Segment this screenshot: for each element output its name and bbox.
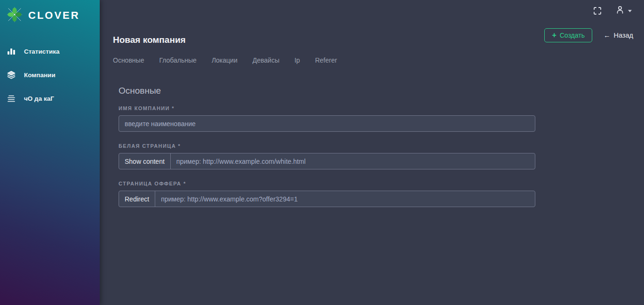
tab-referer[interactable]: Referer — [308, 56, 345, 65]
brand-name: CLOVER — [28, 9, 80, 22]
sidebar-nav: Статистика Компании чО да к — [0, 40, 100, 110]
sidebar-item-cho-da-kag[interactable]: чО да каГ — [0, 87, 100, 110]
page-title: Новая компания — [113, 35, 186, 45]
offer-page-prefix: Redirect — [119, 191, 155, 207]
company-name-label: ИМЯ КОМПАНИИ * — [119, 105, 535, 111]
sidebar: CLOVER Статистика Компании — [0, 0, 100, 305]
clover-logo-icon — [6, 6, 24, 25]
arrow-left-icon: ← — [604, 32, 611, 39]
sidebar-item-companies[interactable]: Компании — [0, 63, 100, 87]
create-button-label: Создать — [560, 32, 585, 39]
tab-ip[interactable]: Ip — [287, 56, 308, 65]
user-menu[interactable] — [615, 5, 632, 16]
offer-page-input[interactable] — [155, 191, 535, 207]
company-name-field: ИМЯ КОМПАНИИ * — [119, 105, 535, 132]
sidebar-item-statistics[interactable]: Статистика — [0, 40, 100, 63]
tab-bar: Основные Глобальные Локации Девайсы Ip R… — [100, 56, 644, 65]
tab-lokacii[interactable]: Локации — [204, 56, 245, 65]
offer-page-input-group: Redirect — [119, 191, 535, 207]
user-icon — [615, 5, 625, 16]
sidebar-item-label: чО да каГ — [24, 95, 54, 102]
offer-page-field: СТРАНИЦА ОФФЕРА * Redirect — [119, 181, 535, 207]
white-page-input[interactable] — [171, 153, 535, 169]
white-page-input-group: Show content — [119, 153, 535, 169]
back-link[interactable]: ← Назад — [604, 32, 633, 39]
company-name-input[interactable] — [119, 115, 535, 132]
section-title: Основные — [119, 86, 535, 96]
offer-page-label: СТРАНИЦА ОФФЕРА * — [119, 181, 535, 186]
layers-icon — [7, 70, 16, 80]
align-lines-icon — [7, 94, 16, 103]
create-button[interactable]: + Создать — [544, 28, 592, 42]
back-link-label: Назад — [613, 32, 633, 39]
topbar — [100, 0, 644, 22]
brand-logo[interactable]: CLOVER — [0, 0, 100, 30]
sidebar-item-label: Статистика — [24, 48, 59, 55]
header-actions: + Создать ← Назад — [544, 28, 633, 42]
main-content: Новая компания + Создать ← Назад Основны… — [100, 0, 644, 305]
tab-devaisy[interactable]: Девайсы — [245, 56, 287, 65]
form-section: Основные ИМЯ КОМПАНИИ * БЕЛАЯ СТРАНИЦА *… — [119, 86, 535, 207]
white-page-label: БЕЛАЯ СТРАНИЦА * — [119, 143, 535, 149]
fullscreen-icon[interactable] — [593, 6, 602, 16]
tab-osnovnye[interactable]: Основные — [113, 56, 151, 65]
plus-icon: + — [552, 32, 556, 39]
sidebar-item-label: Компании — [24, 72, 56, 79]
bar-chart-icon — [7, 47, 16, 56]
tab-globalnye[interactable]: Глобальные — [151, 56, 204, 65]
white-page-prefix: Show content — [119, 153, 171, 169]
white-page-field: БЕЛАЯ СТРАНИЦА * Show content — [119, 143, 535, 169]
page-header: Новая компания + Создать ← Назад — [100, 22, 644, 45]
chevron-down-icon — [628, 10, 632, 12]
